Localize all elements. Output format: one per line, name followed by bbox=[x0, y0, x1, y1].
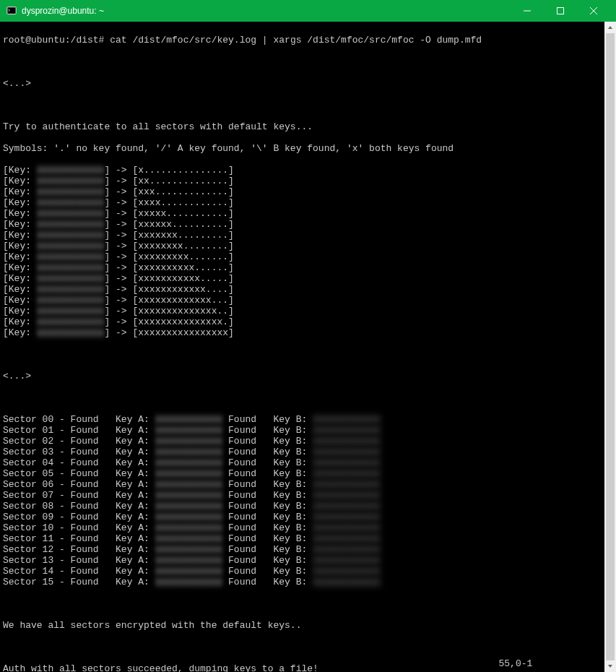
key-progress-row: [Key: xxxxxxxxxxxx] -> [xxx.............… bbox=[3, 186, 613, 197]
key-progress-row: [Key: xxxxxxxxxxxx] -> [xxxxxxxxxxxxxxxx… bbox=[3, 327, 613, 338]
sector-found-row: Sector 05 - Found Key A: xxxxxxxxxxxx Fo… bbox=[3, 468, 613, 479]
minimize-button[interactable] bbox=[511, 0, 544, 22]
sector-found-row: Sector 10 - Found Key A: xxxxxxxxxxxx Fo… bbox=[3, 522, 613, 533]
key-progress-row: [Key: xxxxxxxxxxxx] -> [xxxxxxx.........… bbox=[3, 230, 613, 241]
svg-marker-5 bbox=[608, 26, 612, 29]
auth-attempt-line: Try to authenticate to all sectors with … bbox=[3, 121, 613, 132]
sector-found-row: Sector 08 - Found Key A: xxxxxxxxxxxx Fo… bbox=[3, 501, 613, 512]
scroll-down-arrow-icon[interactable] bbox=[604, 660, 616, 672]
svg-rect-2 bbox=[558, 8, 564, 14]
key-progress-row: [Key: xxxxxxxxxxxx] -> [xxxxxxxxx.......… bbox=[3, 251, 613, 262]
key-progress-row: [Key: xxxxxxxxxxxx] -> [xx..............… bbox=[3, 176, 613, 186]
sector-found-row: Sector 15 - Found Key A: xxxxxxxxxxxx Fo… bbox=[3, 577, 613, 587]
close-button[interactable] bbox=[577, 0, 610, 22]
scroll-up-arrow-icon[interactable] bbox=[604, 22, 616, 33]
key-progress-row: [Key: xxxxxxxxxxxx] -> [xxxxxxxxxx......… bbox=[3, 262, 613, 273]
sector-found-row: Sector 02 - Found Key A: xxxxxxxxxxxx Fo… bbox=[3, 436, 613, 447]
terminal-output[interactable]: root@ubuntu:/dist# cat /dist/mfoc/src/ke… bbox=[0, 22, 616, 672]
key-progress-row: [Key: xxxxxxxxxxxx] -> [xxxxxx..........… bbox=[3, 219, 613, 230]
all-sectors-line: We have all sectors encrypted with the d… bbox=[3, 620, 613, 631]
key-progress-row: [Key: xxxxxxxxxxxx] -> [xxxxxxxxxxx.....… bbox=[3, 273, 613, 284]
output-ellipsis: <...> bbox=[3, 78, 613, 89]
window-titlebar: dysprozin@ubuntu: ~ bbox=[0, 0, 616, 22]
key-progress-row: [Key: xxxxxxxxxxxx] -> [xxxxxxxxxxxx....… bbox=[3, 284, 613, 295]
key-progress-row: [Key: xxxxxxxxxxxx] -> [xxxxxxxxxxxxxx..… bbox=[3, 306, 613, 316]
sector-found-row: Sector 09 - Found Key A: xxxxxxxxxxxx Fo… bbox=[3, 512, 613, 522]
key-progress-row: [Key: xxxxxxxxxxxx] -> [x...............… bbox=[3, 165, 613, 176]
sector-found-row: Sector 00 - Found Key A: xxxxxxxxxxxx Fo… bbox=[3, 414, 613, 425]
svg-rect-0 bbox=[7, 7, 16, 14]
sector-found-row: Sector 07 - Found Key A: xxxxxxxxxxxx Fo… bbox=[3, 490, 613, 501]
sector-found-row: Sector 01 - Found Key A: xxxxxxxxxxxx Fo… bbox=[3, 425, 613, 436]
app-icon bbox=[6, 5, 17, 17]
key-progress-row: [Key: xxxxxxxxxxxx] -> [xxxxxxxx........… bbox=[3, 241, 613, 251]
vim-status-line: 55,0-1 All bbox=[3, 658, 602, 669]
key-progress-row: [Key: xxxxxxxxxxxx] -> [xxxxx...........… bbox=[3, 208, 613, 219]
output-ellipsis: <...> bbox=[3, 371, 613, 382]
sector-found-row: Sector 06 - Found Key A: xxxxxxxxxxxx Fo… bbox=[3, 479, 613, 490]
window-title: dysprozin@ubuntu: ~ bbox=[22, 6, 104, 16]
key-progress-row: [Key: xxxxxxxxxxxx] -> [xxxxxxxxxxxxxxx.… bbox=[3, 316, 613, 327]
shell-command: cat /dist/mfoc/src/key.log | xargs /dist… bbox=[110, 35, 482, 46]
scroll-thumb[interactable] bbox=[606, 33, 615, 660]
sector-found-row: Sector 04 - Found Key A: xxxxxxxxxxxx Fo… bbox=[3, 457, 613, 468]
scroll-track[interactable] bbox=[604, 33, 616, 660]
sector-found-row: Sector 12 - Found Key A: xxxxxxxxxxxx Fo… bbox=[3, 544, 613, 555]
shell-prompt: root@ubuntu:/dist# bbox=[3, 35, 110, 46]
maximize-button[interactable] bbox=[544, 0, 577, 22]
symbols-legend-line: Symbols: '.' no key found, '/' A key fou… bbox=[3, 143, 613, 154]
vertical-scrollbar[interactable] bbox=[604, 22, 616, 672]
svg-marker-6 bbox=[608, 665, 612, 668]
sector-found-row: Sector 11 - Found Key A: xxxxxxxxxxxx Fo… bbox=[3, 533, 613, 544]
sector-found-row: Sector 03 - Found Key A: xxxxxxxxxxxx Fo… bbox=[3, 447, 613, 457]
key-progress-row: [Key: xxxxxxxxxxxx] -> [xxxxxxxxxxxxx...… bbox=[3, 295, 613, 306]
sector-found-row: Sector 14 - Found Key A: xxxxxxxxxxxx Fo… bbox=[3, 566, 613, 577]
sector-found-row: Sector 13 - Found Key A: xxxxxxxxxxxx Fo… bbox=[3, 555, 613, 566]
key-progress-row: [Key: xxxxxxxxxxxx] -> [xxxx............… bbox=[3, 197, 613, 208]
